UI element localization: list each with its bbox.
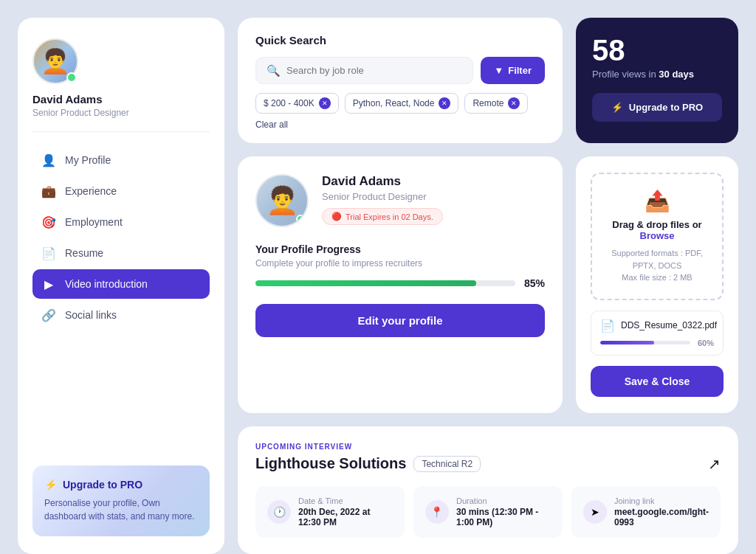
file-progress-background — [600, 341, 690, 344]
upgrade-card-title-text: Upgrade to PRO — [63, 479, 142, 491]
profile-info-col: David Adams Senior Product Designer 🔴 Tr… — [322, 174, 545, 225]
upload-drop-area[interactable]: 📤 Drag & drop files or Browse Supported … — [591, 173, 724, 300]
trial-icon: 🔴 — [331, 212, 342, 221]
external-link-icon[interactable]: ↗ — [708, 455, 721, 473]
sidebar: 🧑‍🦱 David Adams Senior Product Designer … — [18, 18, 224, 554]
sidebar-item-video-intro[interactable]: ▶ Video introduction — [32, 269, 210, 299]
tag-remove-remote[interactable]: ✕ — [508, 97, 520, 109]
avatar-wrap: 🧑‍🦱 — [32, 38, 78, 84]
search-input[interactable] — [286, 58, 462, 83]
online-indicator — [66, 72, 77, 83]
trial-text: Trial Expires in 02 Days. — [346, 212, 433, 221]
edit-profile-button[interactable]: Edit your profile — [255, 304, 545, 337]
profile-main-role: Senior Product Designer — [322, 191, 545, 202]
sidebar-item-resume[interactable]: 📄 Resume — [32, 238, 210, 268]
progress-percentage: 85% — [524, 277, 545, 289]
progress-bar-background — [255, 280, 515, 286]
profile-avatar-emoji: 🧑‍🦱 — [266, 185, 299, 216]
lightning-icon: ⚡ — [44, 479, 57, 491]
filter-button[interactable]: ▼ Filter — [481, 57, 545, 84]
link-value: meet.google.com/lght-0993 — [614, 507, 709, 527]
interview-company-row: Lighthouse Solutions Technical R2 — [255, 455, 481, 472]
tag-remote[interactable]: Remote ✕ — [464, 93, 528, 114]
link-label: Joining link — [614, 496, 709, 505]
quick-search-card: Quick Search 🔍 ▼ Filter $ 200 - 400K ✕ P… — [238, 18, 563, 143]
sidebar-item-my-profile[interactable]: 👤 My Profile — [32, 145, 210, 175]
file-name: DDS_Resume_0322.pdf — [621, 320, 717, 330]
upgrade-pro-button[interactable]: ⚡ Upgrade to PRO — [592, 93, 722, 122]
interview-detail-duration: 📍 Duration 30 mins (12:30 PM - 1:00 PM) — [413, 486, 563, 538]
sidebar-item-social-links[interactable]: 🔗 Social links — [32, 300, 210, 330]
progress-subtitle: Complete your profile to impress recruit… — [255, 258, 545, 269]
filter-label: Filter — [508, 65, 532, 76]
duration-value: 30 mins (12:30 PM - 1:00 PM) — [456, 507, 551, 527]
upload-icon: 📤 — [645, 189, 670, 213]
experience-icon: 💼 — [41, 184, 56, 198]
tag-label: Remote — [472, 98, 504, 108]
avatar-emoji: 🧑‍🦱 — [41, 47, 70, 75]
file-icon: 📄 — [600, 319, 615, 333]
interview-detail-link: ➤ Joining link meet.google.com/lght-0993 — [571, 486, 721, 538]
upload-formats: Supported formats : PDF, PPTX, DOCS Max … — [607, 247, 707, 284]
profile-top-row: 🧑‍🦱 David Adams Senior Product Designer … — [255, 174, 545, 227]
tag-remove-skills[interactable]: ✕ — [439, 97, 450, 109]
sidebar-item-label: My Profile — [65, 154, 111, 166]
trial-badge: 🔴 Trial Expires in 02 Days. — [322, 208, 443, 225]
stats-label-plain: Profile views in — [592, 69, 659, 80]
tag-salary[interactable]: $ 200 - 400K ✕ — [255, 93, 339, 114]
resume-icon: 📄 — [41, 246, 56, 260]
employment-icon: 🎯 — [41, 215, 56, 229]
upgrade-card-description: Personalise your profile, Own dashboard … — [44, 496, 198, 523]
interview-card: UPCOMING INTERVIEW Lighthouse Solutions … — [238, 426, 738, 554]
sidebar-item-label: Experience — [65, 185, 117, 197]
formats-line2: Max file size : 2 MB — [607, 271, 707, 284]
tag-label: Python, React, Node — [353, 98, 435, 108]
interview-title-row: Lighthouse Solutions Technical R2 ↗ — [255, 455, 721, 473]
tag-remove-salary[interactable]: ✕ — [319, 97, 331, 109]
clear-all-button[interactable]: Clear all — [255, 120, 288, 130]
profile-avatar-large: 🧑‍🦱 — [255, 174, 309, 227]
resume-file-row: 📄 DDS_Resume_0322.pdf 60% — [591, 311, 724, 356]
stats-info: 58 Profile views in 30 days — [592, 35, 722, 81]
user-role: Senior Product Designer — [32, 108, 129, 118]
upgrade-lightning-icon: ⚡ — [611, 102, 623, 113]
stats-label: Profile views in 30 days — [592, 68, 722, 81]
search-row: 🔍 ▼ Filter — [255, 57, 545, 84]
tag-skills[interactable]: Python, React, Node ✕ — [345, 93, 459, 114]
file-percentage: 60% — [698, 339, 714, 347]
video-intro-icon: ▶ — [41, 277, 56, 291]
social-links-icon: 🔗 — [41, 308, 56, 322]
profile-online-dot — [296, 215, 305, 224]
sidebar-nav: 👤 My Profile 💼 Experience 🎯 Employment 📄… — [32, 145, 210, 448]
formats-line1: Supported formats : PDF, PPTX, DOCS — [607, 247, 707, 271]
sidebar-upgrade-card[interactable]: ⚡ Upgrade to PRO Personalise your profil… — [32, 465, 210, 536]
detail-content-link: Joining link meet.google.com/lght-0993 — [614, 496, 709, 527]
profile-main-name: David Adams — [322, 174, 545, 189]
detail-content-datetime: Date & Time 20th Dec, 2022 at 12:30 PM — [298, 496, 393, 527]
save-close-button[interactable]: Save & Close — [591, 366, 724, 397]
filter-icon: ▼ — [494, 65, 504, 76]
stats-card: 58 Profile views in 30 days ⚡ Upgrade to… — [576, 18, 738, 143]
browse-link[interactable]: Browse — [640, 230, 675, 241]
datetime-label: Date & Time — [298, 496, 393, 505]
interview-details: 🕐 Date & Time 20th Dec, 2022 at 12:30 PM… — [255, 486, 721, 538]
drag-drop-text: Drag & drop files or — [612, 219, 701, 230]
sidebar-item-label: Video introduction — [65, 278, 148, 290]
file-progress-fill — [600, 341, 654, 344]
interview-label: UPCOMING INTERVIEW — [255, 443, 721, 451]
interview-company: Lighthouse Solutions — [255, 455, 406, 472]
search-input-wrap: 🔍 — [255, 57, 473, 84]
progress-title: Your Profile Progress — [255, 243, 545, 255]
stats-number: 58 — [592, 35, 722, 65]
upgrade-card-title-row: ⚡ Upgrade to PRO — [44, 479, 198, 491]
detail-content-duration: Duration 30 mins (12:30 PM - 1:00 PM) — [456, 496, 551, 527]
sidebar-item-experience[interactable]: 💼 Experience — [32, 176, 210, 206]
sidebar-item-label: Employment — [65, 216, 123, 228]
progress-bar-fill — [255, 280, 476, 286]
profile-main-card: 🧑‍🦱 David Adams Senior Product Designer … — [238, 156, 563, 413]
datetime-icon: 🕐 — [267, 500, 291, 524]
duration-label: Duration — [456, 496, 551, 505]
datetime-value: 20th Dec, 2022 at 12:30 PM — [298, 507, 393, 527]
sidebar-item-employment[interactable]: 🎯 Employment — [32, 207, 210, 237]
main-layout: 🧑‍🦱 David Adams Senior Product Designer … — [18, 18, 738, 554]
